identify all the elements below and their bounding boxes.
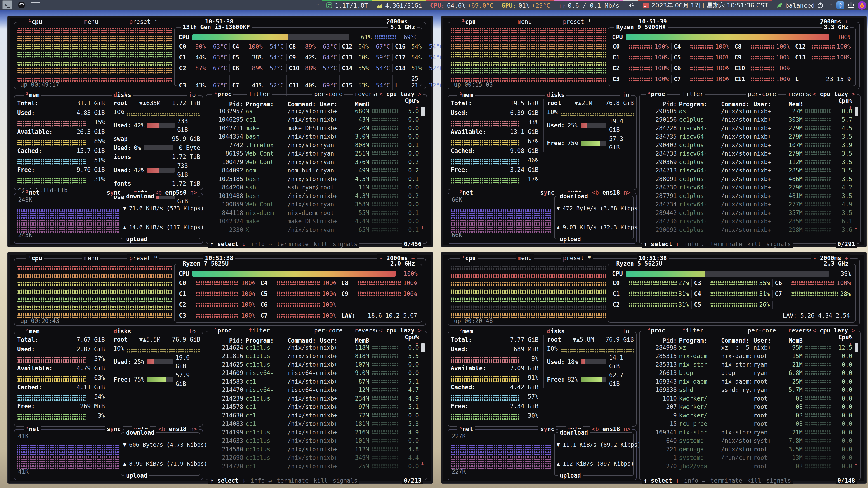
iface-next-button[interactable]: n>: [186, 426, 197, 432]
grip-dots-icon[interactable]: ∷: [828, 2, 835, 8]
proc-row[interactable]: 284998xzxz -c -5nixb+95M12.5: [643, 343, 852, 352]
col-mem[interactable]: MemB: [781, 337, 803, 344]
proc-row[interactable]: 214720cc1/nix/store/k14gjkxnnixb+25M0.0: [209, 462, 419, 470]
proc-row[interactable]: 86195Web Cont/nix/store/51dxgra3ryan251M…: [209, 149, 419, 158]
percore-toggle[interactable]: per-core: [312, 327, 344, 334]
menu-button[interactable]: menu: [516, 254, 534, 262]
kill-action[interactable]: kill: [313, 477, 328, 484]
io-toggle[interactable]: io: [620, 328, 631, 335]
col-command[interactable]: Command:: [287, 337, 318, 344]
proc-row[interactable]: 290369cc1plus/nix/store/02cs0d7snixb+112…: [643, 158, 852, 166]
network-indicator[interactable]: ↓↑ 0.6 / 0.1 Mb/s: [554, 0, 623, 10]
proc-box-title[interactable]: ⁴proc: [212, 90, 233, 98]
disk-usage-indicator[interactable]: 1.1T/1.8T: [322, 0, 372, 10]
disks-box-title[interactable]: disks: [545, 328, 566, 335]
menu-button[interactable]: menu: [82, 18, 100, 26]
cpu-indicator[interactable]: CPU: 64.6% +69.0°C: [426, 0, 498, 10]
net-interface-switcher[interactable]: <b ens18 n>: [156, 425, 199, 433]
grip-dots-icon[interactable]: ∷: [315, 2, 322, 8]
proc-row[interactable]: 290092cc1plus/nix/store/02cs0d7snixb+298…: [643, 225, 852, 234]
signals-action[interactable]: signals: [333, 477, 358, 484]
interval-minus-button[interactable]: -: [813, 18, 820, 25]
cpu-box-title[interactable]: ¹cpu: [460, 254, 477, 262]
interval-minus-button[interactable]: -: [379, 255, 386, 262]
proc-scrollbar[interactable]: [421, 107, 425, 116]
proc-row[interactable]: 1019488bash/nix/store/xfb3ykw9nixb+4.3M0…: [209, 192, 419, 200]
signals-action[interactable]: signals: [766, 477, 791, 484]
iface-prev-button[interactable]: <b: [158, 426, 169, 432]
col-pid[interactable]: Pid:: [209, 337, 243, 344]
sort-next-button[interactable]: >: [848, 327, 855, 334]
cpu-box-title[interactable]: ¹cpu: [26, 254, 44, 262]
interval-minus-button[interactable]: -: [379, 18, 386, 25]
proc-row[interactable]: 287791cc1plus/nix/store/02cs0d7snixb+481…: [643, 192, 852, 200]
proc-row[interactable]: 290402cc1plus/nix/store/02cs0d7snixb+107…: [643, 141, 852, 149]
proc-row[interactable]: 289442cc1plus/nix/store/02cs0d7snixb+357…: [643, 209, 852, 217]
record-icon[interactable]: [18, 2, 25, 8]
select-action[interactable]: ↑ select ↓: [644, 477, 679, 484]
sort-prev-button[interactable]: <: [379, 327, 386, 334]
proc-row[interactable]: 214633cc1plus/nix/store/2vwipws2nixb+101…: [209, 437, 419, 445]
select-action[interactable]: ↑ select ↓: [644, 240, 679, 248]
proc-row[interactable]: 207kworker/root0B0.0: [643, 403, 852, 411]
proc-row[interactable]: 169338sshdsshd: ryan@nottyryan5.7M0.0: [643, 386, 852, 394]
scroll-down-icon[interactable]: ↓: [854, 223, 858, 230]
io-toggle[interactable]: io: [187, 91, 197, 99]
mem-box-title[interactable]: ²mem: [24, 328, 41, 335]
terminal-icon[interactable]: >_: [2, 0, 12, 9]
col-program[interactable]: Program:: [679, 337, 719, 344]
power-profile-indicator[interactable]: balanced: [772, 0, 828, 10]
col-command[interactable]: Command:: [287, 101, 318, 108]
gpu-indicator[interactable]: GPU: 01% +29°C: [498, 0, 554, 10]
proc-row[interactable]: 284736riscv64-/nix/store/89225k9xnixb+28…: [643, 217, 852, 226]
proc-row[interactable]: 2330X/nix/store/16iryvr8ryan65M0.1: [209, 225, 419, 234]
mem-box-title[interactable]: ²mem: [24, 91, 41, 99]
proc-row[interactable]: 214583cc1/nix/store/k14gjkxnnixb+87M5.1: [209, 377, 419, 386]
filter-button[interactable]: filter: [247, 90, 272, 98]
mem-box-title[interactable]: ²mem: [457, 91, 475, 99]
memory-indicator[interactable]: 4.3Gi/31Gi: [372, 0, 426, 10]
proc-scrollbar[interactable]: [855, 343, 858, 353]
scroll-down-icon[interactable]: ↓: [421, 223, 424, 230]
iface-next-button[interactable]: n>: [620, 426, 631, 432]
cpu-box-title[interactable]: ¹cpu: [460, 18, 477, 26]
percore-toggle[interactable]: per-core: [312, 90, 344, 98]
filter-button[interactable]: filter: [247, 327, 272, 334]
proc-row[interactable]: 284735riscv64-/nix/store/89225k9xnixb+27…: [643, 132, 852, 141]
reverse-toggle[interactable]: reverse: [352, 327, 381, 334]
info-action[interactable]: info ↵: [251, 240, 272, 248]
select-action[interactable]: ↑ select ↓: [210, 240, 246, 248]
proc-row[interactable]: 15rcu_preeroot0B0.0: [643, 420, 852, 428]
proc-row[interactable]: 1025185bash/nix/store/xfb3ykw9nixb+4.5M0…: [209, 175, 419, 183]
preset-button[interactable]: preset *: [561, 18, 593, 26]
proc-row[interactable]: 214630cc1/nix/store/k14gjkxnnixb+72M0.0: [209, 411, 419, 420]
cpu-box-title[interactable]: ¹cpu: [26, 18, 44, 26]
proc-row[interactable]: 288091cc1plus/nix/store/02cs0d7snixb+486…: [643, 175, 852, 183]
net-sync-button[interactable]: sync: [538, 425, 556, 433]
scroll-down-icon[interactable]: ↓: [421, 460, 424, 467]
proc-row[interactable]: 214609riscv64-riscv64-unknown-linnixb+9.…: [209, 369, 419, 377]
reverse-toggle[interactable]: reverse: [786, 90, 815, 98]
terminate-action[interactable]: terminate: [710, 240, 742, 248]
disks-box-title[interactable]: disks: [112, 91, 133, 99]
net-sync-button[interactable]: sync: [105, 189, 123, 196]
net-interface-switcher[interactable]: <b ens18 n>: [590, 425, 632, 433]
col-user[interactable]: User:: [753, 101, 779, 108]
proc-row[interactable]: 721qemu-ga/nix/store/clz7ryz5root3.5M0.0: [643, 445, 852, 454]
disks-box-title[interactable]: disks: [112, 328, 133, 335]
net-sync-button[interactable]: sync: [105, 425, 123, 433]
sort-next-button[interactable]: >: [414, 91, 422, 97]
col-mem[interactable]: MemB: [781, 101, 803, 108]
proc-row[interactable]: 214239cc1plus/nix/store/2vwipws2nixb+234…: [209, 394, 419, 403]
net-box-title[interactable]: ³net: [24, 425, 41, 433]
flame-tray-icon[interactable]: [856, 0, 868, 10]
proc-row[interactable]: 1044354bash/nix/store/xfb3ykw9nixb+3.0M0…: [209, 132, 419, 141]
proc-row[interactable]: 270jbd2/vdaroot0B0.0: [643, 462, 852, 470]
input-method-tray-icon[interactable]: [846, 0, 856, 10]
net-box-title[interactable]: ³net: [24, 189, 41, 196]
proc-box-title[interactable]: ⁴proc: [212, 327, 233, 334]
mem-box-title[interactable]: ²mem: [457, 328, 475, 335]
filter-button[interactable]: filter: [680, 90, 705, 98]
proc-row[interactable]: 100859Web Cont/nix/store/51dxgra3ryan358…: [209, 200, 419, 209]
proc-row[interactable]: 100479Web Cont/nix/store/51dxgra3ryan376…: [209, 158, 419, 166]
